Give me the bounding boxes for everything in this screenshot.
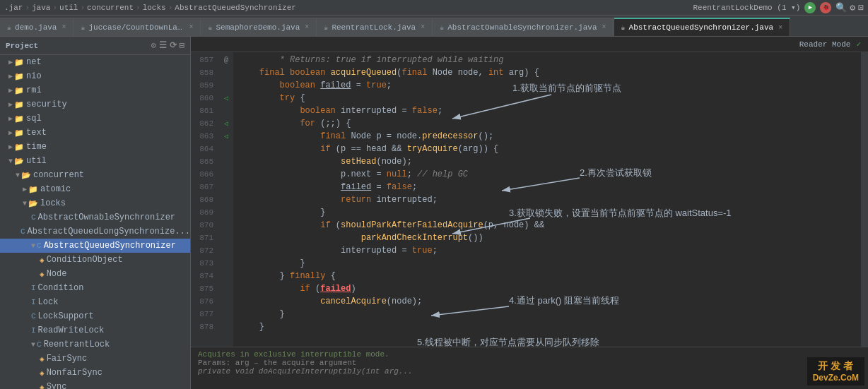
line-num: 858 [191, 66, 219, 79]
sidebar-item-locksupport[interactable]: C LockSupport [0, 309, 190, 323]
sidebar-item-time[interactable]: ▶ 📁 time [0, 140, 190, 154]
breadcrumb-class[interactable]: AbstractQueuedSynchronizer [175, 4, 296, 12]
gutter-item [219, 257, 233, 270]
sidebar-item-label: Node [47, 269, 67, 279]
expand-icon[interactable]: ⊡ [858, 2, 864, 13]
java-class-icon: C [31, 312, 36, 321]
code-line-868: return interrupted; [239, 193, 861, 206]
tab-close-reentrant[interactable]: × [421, 23, 425, 31]
code-line-875: if (failed) [239, 282, 861, 295]
folder-icon: 📂 [28, 199, 38, 208]
gutter-item: ◁ [219, 130, 233, 143]
arrow-icon: ▶ [8, 143, 13, 151]
debug-button[interactable]: 🐞 [820, 2, 831, 13]
breadcrumb-locks[interactable]: locks [143, 4, 166, 12]
sidebar-item-aosync[interactable]: C AbstractOwnableSynchronizer [0, 210, 190, 225]
sidebar-item-rmi[interactable]: ▶ 📁 rmi [0, 83, 190, 97]
sidebar-item-locks[interactable]: ▼ 📂 locks [0, 196, 190, 210]
arrow-icon: ▼ [31, 242, 35, 250]
sidebar-item-atomic[interactable]: ▶ 📁 atomic [0, 182, 190, 196]
line-num: 869 [191, 206, 219, 219]
folder-icon: 📁 [14, 86, 24, 95]
tab-close-aqsync[interactable]: × [778, 24, 782, 32]
tab-icon-demo: ☕ [7, 23, 11, 32]
code-content: 857 858 859 860 861 862 863 864 865 866 … [191, 52, 868, 347]
reader-mode-label[interactable]: Reader Mode [799, 40, 851, 49]
sidebar-item-readwritelock[interactable]: I ReadWriteLock [0, 323, 190, 337]
breadcrumb-java[interactable]: java [32, 4, 50, 12]
search-icon[interactable]: 🔍 [835, 2, 847, 13]
tab-reentrant[interactable]: ☕ ReentrantLock.java × [317, 18, 433, 36]
sidebar-item-security[interactable]: ▶ 📁 security [0, 97, 190, 112]
top-icons: 🔍 ⚙ ⊡ [835, 2, 864, 13]
tab-semaphore[interactable]: ☕ SemaphoreDemo.java × [201, 18, 317, 36]
sidebar-item-label: Sync [47, 382, 67, 389]
line-num: 866 [191, 168, 219, 181]
tab-close-aosync[interactable]: × [602, 23, 606, 31]
sync-icon[interactable]: ⟳ [170, 40, 177, 51]
sidebar-item-sync[interactable]: ◈ Sync [0, 380, 190, 389]
interface-icon: I [31, 284, 36, 292]
sidebar-item-util[interactable]: ▼ 📂 util [0, 154, 190, 168]
gutter-item [219, 168, 233, 181]
line-num: 874 [191, 270, 219, 282]
doc-line-3: private void doAcquireInterruptibly(int … [198, 367, 861, 376]
code-line-866: p.next = null; // help GC [239, 168, 861, 181]
code-line-859: boolean failed = true; [239, 79, 861, 92]
gutter-item [219, 244, 233, 257]
tab-aqsync[interactable]: ☕ AbstractQueuedSynchronizer.java × [614, 18, 791, 36]
sidebar-item-net[interactable]: ▶ 📁 net [0, 55, 190, 69]
settings-icon[interactable]: ⚙ [850, 2, 855, 13]
sidebar-item-label: Condition [38, 283, 84, 293]
sidebar-item-nio[interactable]: ▶ 📁 nio [0, 69, 190, 83]
sidebar-item-text[interactable]: ▶ 📁 text [0, 126, 190, 140]
code-editor[interactable]: * Returns: true if interrupted while wai… [233, 52, 861, 347]
sidebar-item-fairsync[interactable]: ◈ FairSync [0, 352, 190, 366]
java-class-icon: C [37, 241, 42, 250]
tab-close-demo[interactable]: × [61, 23, 66, 31]
sidebar-item-lock[interactable]: I Lock [0, 295, 190, 309]
breadcrumb-util[interactable]: util [59, 4, 78, 12]
sidebar-item-node[interactable]: ◈ Node [0, 267, 190, 281]
run-button[interactable]: ▶ [804, 2, 816, 13]
sidebar-item-label: concurrent [33, 170, 84, 180]
arrow-icon: ▼ [8, 157, 13, 165]
code-line-870: if (shouldParkAfterFailedAcquire(p, node… [239, 219, 861, 232]
settings-icon[interactable]: ⚙ [151, 40, 156, 51]
tab-demo[interactable]: ☕ demo.java × [0, 18, 74, 36]
sidebar-item-concurrent[interactable]: ▼ 📂 concurrent [0, 168, 190, 182]
tab-close-countdown[interactable]: × [189, 23, 193, 31]
doc-panel: Acquires in exclusive interruptible mode… [191, 347, 868, 389]
sidebar-item-aqlsync[interactable]: C AbstractQueuedLongSynchronize... [0, 225, 190, 239]
sidebar-item-conditionobject[interactable]: ◈ ConditionObject [0, 253, 190, 267]
sidebar-item-label: AbstractQueuedLongSynchronize... [28, 227, 190, 237]
tab-icon-aosync: ☕ [440, 23, 444, 32]
sidebar-item-sql[interactable]: ▶ 📁 sql [0, 112, 190, 126]
folder-icon: 📁 [14, 114, 24, 124]
tab-countdown[interactable]: ☕ juccase/CountDownLatchDemo.java × [74, 18, 201, 36]
sidebar-item-nonfairsync[interactable]: ◈ NonfairSync [0, 366, 190, 380]
right-scrollbar[interactable] [861, 52, 868, 347]
code-line-862: for (;;) { [239, 117, 861, 130]
arrow-icon: ▼ [31, 341, 35, 349]
inner-class-icon: ◈ [40, 383, 45, 390]
arrow-icon: ▼ [23, 200, 27, 208]
sidebar-item-reentrantlock[interactable]: ▼ C ReentrantLock [0, 337, 190, 352]
tab-aosync[interactable]: ☕ AbstractOwnableSynchronizer.java × [433, 18, 614, 36]
layout-icon[interactable]: ☰ [159, 40, 167, 51]
tab-icon-countdown: ☕ [81, 23, 85, 32]
sidebar-item-label: security [26, 100, 67, 109]
sidebar-item-label: ReadWriteLock [38, 325, 105, 335]
breadcrumb-concurrent[interactable]: concurrent [87, 4, 134, 12]
tab-close-semaphore[interactable]: × [305, 23, 309, 31]
sidebar-item-aqsync[interactable]: ▼ C AbstractQueuedSynchronizer [0, 239, 190, 253]
inner-class-icon: ◈ [40, 369, 45, 378]
sidebar-item-condition[interactable]: I Condition [0, 281, 190, 295]
code-line-874: } finally { [239, 270, 861, 282]
java-class-icon: C [37, 340, 42, 349]
collapse-icon[interactable]: ⊟ [180, 40, 184, 51]
reader-mode-check: ✓ [856, 40, 861, 49]
arrow-icon: ▶ [8, 128, 13, 137]
breadcrumb-jar[interactable]: .jar [4, 4, 23, 12]
line-numbers: 857 858 859 860 861 862 863 864 865 866 … [191, 52, 219, 347]
